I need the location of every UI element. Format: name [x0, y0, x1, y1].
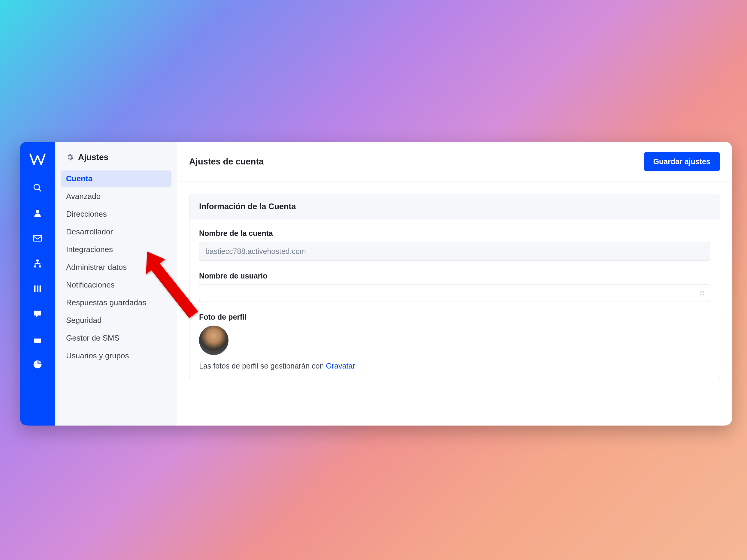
sidebar-title: Ajustes [78, 153, 108, 162]
svg-rect-14 [702, 291, 704, 293]
page-title: Ajustes de cuenta [189, 157, 264, 166]
icon-sidebar [20, 142, 55, 426]
calendar-icon[interactable] [32, 334, 43, 345]
svg-rect-3 [34, 236, 42, 241]
sidebar-item-usuarios-grupos[interactable]: Usuarios y grupos [61, 348, 172, 364]
flow-icon[interactable] [32, 258, 43, 269]
chart-icon[interactable] [32, 359, 43, 370]
svg-rect-15 [700, 294, 702, 296]
sidebar-item-integraciones[interactable]: Integraciones [61, 241, 172, 258]
username-input[interactable] [199, 285, 710, 302]
profile-photo-label: Foto de perfil [199, 313, 710, 321]
sidebar-header: Ajustes [61, 153, 172, 170]
svg-rect-16 [702, 294, 704, 296]
password-manager-icon[interactable] [699, 290, 705, 296]
sidebar-item-desarrollador[interactable]: Desarrollador [61, 223, 172, 240]
settings-sidebar: Ajustes Cuenta Avanzado Direcciones Desa… [55, 142, 177, 426]
account-info-card: Información de la Cuenta Nombre de la cu… [189, 194, 720, 380]
svg-rect-11 [34, 337, 41, 339]
app-logo[interactable] [29, 151, 46, 168]
search-icon[interactable] [32, 183, 43, 193]
profile-help-text: Las fotos de perfil se gestionarán con G… [199, 362, 710, 370]
card-header: Información de la Cuenta [189, 194, 720, 219]
save-button[interactable]: Guardar ajustes [644, 152, 720, 171]
sidebar-item-cuenta[interactable]: Cuenta [61, 170, 172, 187]
svg-rect-13 [700, 291, 702, 293]
svg-line-1 [39, 189, 41, 191]
svg-point-2 [36, 210, 39, 213]
content-body: Información de la Cuenta Nombre de la cu… [177, 182, 732, 392]
sidebar-item-avanzado[interactable]: Avanzado [61, 188, 172, 205]
svg-point-0 [34, 184, 40, 190]
svg-rect-9 [40, 286, 41, 292]
app-window: Ajustes Cuenta Avanzado Direcciones Desa… [20, 142, 732, 426]
username-label: Nombre de usuario [199, 272, 710, 280]
pipeline-icon[interactable] [32, 283, 43, 294]
card-title: Información de la Cuenta [199, 202, 710, 211]
sidebar-item-administrar-datos[interactable]: Administrar datos [61, 259, 172, 275]
account-name-label: Nombre de la cuenta [199, 229, 710, 238]
content-header: Ajustes de cuenta Guardar ajustes [177, 142, 732, 182]
person-icon[interactable] [32, 208, 43, 218]
gravatar-link[interactable]: Gravatar [326, 362, 355, 370]
sidebar-item-seguridad[interactable]: Seguridad [61, 312, 172, 329]
account-name-input[interactable]: bastiecc788.activehosted.com [199, 242, 710, 261]
svg-rect-8 [36, 286, 38, 292]
profile-photo-field: Foto de perfil Las fotos de perfil se ge… [199, 313, 710, 370]
gear-icon [66, 153, 74, 161]
sidebar-item-gestor-sms[interactable]: Gestor de SMS [61, 330, 172, 346]
account-name-field: Nombre de la cuenta bastiecc788.activeho… [199, 229, 710, 261]
profile-text-prefix: Las fotos de perfil se gestionarán con [199, 362, 326, 370]
chat-icon[interactable] [32, 309, 43, 319]
svg-rect-6 [39, 266, 41, 268]
svg-rect-4 [36, 260, 39, 262]
username-field: Nombre de usuario [199, 272, 710, 302]
sidebar-item-direcciones[interactable]: Direcciones [61, 206, 172, 222]
content-area: Ajustes de cuenta Guardar ajustes Inform… [177, 142, 732, 426]
mail-icon[interactable] [32, 233, 43, 244]
avatar[interactable] [199, 326, 229, 355]
card-body: Nombre de la cuenta bastiecc788.activeho… [189, 219, 720, 380]
sidebar-item-notificaciones[interactable]: Notificaciones [61, 277, 172, 293]
svg-rect-7 [34, 286, 35, 292]
svg-rect-5 [34, 266, 36, 268]
sidebar-item-respuestas-guardadas[interactable]: Respuestas guardadas [61, 294, 172, 311]
